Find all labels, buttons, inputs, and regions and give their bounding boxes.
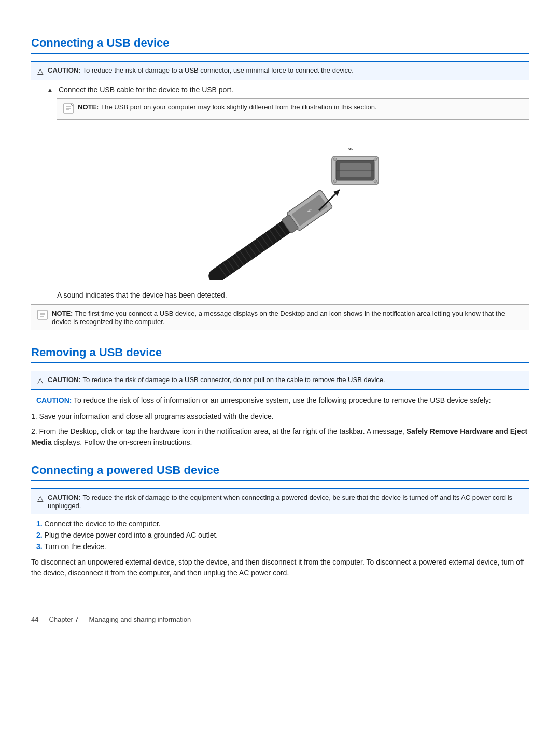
usb-svg: ⌁ [166,135,394,280]
svg-point-32 [333,158,337,161]
caution-removing-2: CAUTION: To reduce the risk of loss of i… [36,395,529,406]
caution-text-1b: To reduce the risk of damage to a USB co… [82,66,353,74]
caution-box-removing-1: △ CAUTION: To reduce the risk of damage … [31,371,529,390]
caution-triangle-icon-3: △ [37,494,44,503]
footer-chapter-text: Managing and sharing information [89,615,191,623]
usb-illustration: ⌁ [31,130,529,286]
svg-point-34 [333,180,337,183]
num-1: 1. [36,519,43,528]
section-removing-usb: Removing a USB device △ CAUTION: To redu… [31,346,529,448]
caution-text-removing-1b: To reduce the risk of damage to a USB co… [82,376,385,384]
section-connecting-powered: Connecting a powered USB device △ CAUTIO… [31,463,529,579]
powered-item-3: 3. Turn on the device. [36,542,529,551]
powered-disconnect-para: To disconnect an unpowered external devi… [31,557,529,579]
caution-triangle-icon-2: △ [37,376,44,385]
bullet-triangle-icon-1: ▲ [47,86,53,94]
note-icon-1 [63,103,74,115]
step2-prefix: 2. From the Desktop, click or tap the ha… [31,427,407,435]
section-title-connecting-usb: Connecting a USB device [31,36,529,54]
caution-text-removing-2b: To reduce the risk of loss of informatio… [74,396,491,404]
powered-item-2: 2. Plug the device power cord into a gro… [36,531,529,539]
svg-point-33 [374,158,377,161]
powered-item-1: 1. Connect the device to the computer. [36,519,529,528]
caution-box-powered-1: △ CAUTION: To reduce the risk of damage … [31,488,529,514]
note-icon-2 [37,310,48,321]
note-label-2: NOTE: [52,310,73,317]
caution-label-1: CAUTION: [48,66,81,74]
removing-step-1: 1. Save your information and close all p… [31,411,529,422]
caution-label-removing-1: CAUTION: [48,376,81,384]
page-footer: 44 Chapter 7 Managing and sharing inform… [31,610,529,623]
note-box-1: NOTE: The USB port on your computer may … [57,98,529,120]
section-title-removing-usb: Removing a USB device [31,346,529,363]
sound-note: A sound indicates that the device has be… [57,291,529,299]
caution-triangle-icon: △ [37,66,44,76]
num-3: 3. [36,542,43,551]
svg-text:⌁: ⌁ [347,144,353,154]
powered-item-1-text: Connect the device to the computer. [45,519,161,528]
section-connecting-usb: Connecting a USB device △ CAUTION: To re… [31,36,529,330]
powered-item-2-text: Plug the device power cord into a ground… [45,531,218,539]
caution-text-powered-1b: To reduce the risk of damage to the equi… [48,494,512,510]
caution-label-removing-2: CAUTION: [36,396,72,404]
caution-label-powered-1: CAUTION: [48,494,81,501]
section-title-connecting-powered: Connecting a powered USB device [31,463,529,481]
bullet-text-1: Connect the USB cable for the device to … [59,86,233,94]
note-label-1: NOTE: [78,103,99,111]
powered-item-3-text: Turn on the device. [44,542,106,551]
removing-step-2: 2. From the Desktop, click or tap the ha… [31,426,529,448]
step2-suffix: displays. Follow the on-screen instructi… [52,438,192,446]
footer-page-num: 44 [31,615,38,623]
footer-chapter: Chapter 7 [49,615,78,623]
note-text-2b: The first time you connect a USB device,… [52,310,505,326]
caution-box-1: △ CAUTION: To reduce the risk of damage … [31,61,529,80]
note-box-2: NOTE: The first time you connect a USB d… [31,304,529,330]
num-2: 2. [36,531,43,539]
note-text-1b: The USB port on your computer may look s… [101,103,376,111]
bullet-item-1: ▲ Connect the USB cable for the device t… [47,86,529,94]
svg-point-35 [374,180,377,183]
